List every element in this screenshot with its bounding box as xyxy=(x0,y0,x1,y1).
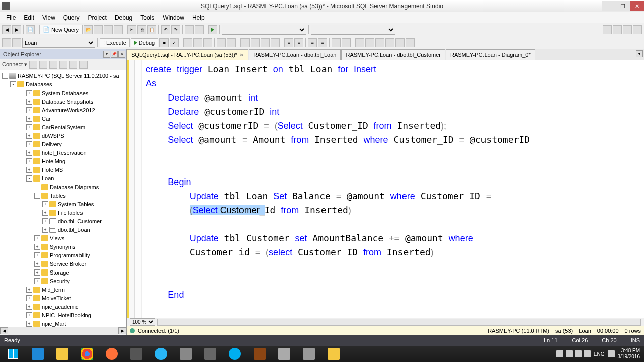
cut-button[interactable]: ✂ xyxy=(127,25,136,34)
connect-button[interactable]: Connect ▾ xyxy=(2,61,27,68)
scroll-right-button[interactable]: ▶ xyxy=(118,327,126,334)
sql-btn-19[interactable] xyxy=(406,38,415,47)
menu-window[interactable]: Window xyxy=(158,13,188,22)
oe-tb-6[interactable] xyxy=(79,61,88,69)
tree-item[interactable]: +HotelMS xyxy=(0,165,126,174)
expand-icon[interactable]: + xyxy=(26,295,32,301)
sql-btn-18[interactable] xyxy=(395,38,405,47)
tree-item[interactable]: +MoiveTicket xyxy=(0,294,126,302)
oe-tb-5[interactable] xyxy=(69,61,77,69)
tree-server[interactable]: - RASMEY-PC (SQL Server 11.0.2100 - sa xyxy=(0,71,126,80)
oe-close-button[interactable]: ✕ xyxy=(118,51,125,58)
expand-icon[interactable]: + xyxy=(42,227,48,233)
sql-btn-7[interactable] xyxy=(227,38,236,47)
oe-tb-4[interactable] xyxy=(59,61,67,69)
expand-icon[interactable]: + xyxy=(26,321,32,327)
task-telegram[interactable] xyxy=(149,346,173,361)
expand-icon[interactable]: + xyxy=(26,116,32,122)
zoom-combo[interactable]: 100 % xyxy=(130,318,155,326)
task-app5[interactable] xyxy=(297,346,321,361)
sql-btn-9[interactable] xyxy=(251,38,260,47)
oe-hscroll[interactable]: ◀ ▶ xyxy=(0,327,126,335)
menu-query[interactable]: Query xyxy=(59,13,84,22)
tree-item[interactable]: +Service Broker xyxy=(0,259,126,268)
sql-btn-10[interactable] xyxy=(261,38,270,47)
tree-item[interactable]: +CarRentalSystem xyxy=(0,123,126,131)
expand-icon[interactable]: + xyxy=(42,210,48,216)
task-skype[interactable] xyxy=(223,346,247,361)
oe-tb-1[interactable] xyxy=(29,61,37,69)
execute-button[interactable]: !Execute xyxy=(100,38,130,47)
sql-btn-14[interactable] xyxy=(355,38,364,47)
tray-lang[interactable]: ENG xyxy=(594,351,605,357)
maximize-button[interactable]: ☐ xyxy=(616,1,630,11)
tree-item[interactable]: +System Databases xyxy=(0,88,126,97)
expand-icon[interactable]: + xyxy=(26,90,32,96)
minimize-button[interactable]: — xyxy=(602,1,616,11)
expand-icon[interactable]: + xyxy=(26,304,32,310)
task-ie[interactable] xyxy=(26,346,50,361)
tb-btn-r1[interactable] xyxy=(603,25,612,34)
expand-icon[interactable]: + xyxy=(26,312,32,318)
sql-btn-13[interactable] xyxy=(342,38,351,47)
expand-icon[interactable]: + xyxy=(26,107,32,113)
tree-item[interactable]: +System Tables xyxy=(0,200,126,208)
task-explorer[interactable] xyxy=(50,346,74,361)
expand-icon[interactable]: - xyxy=(2,73,8,79)
menu-debug[interactable]: Debug xyxy=(111,13,136,22)
oe-tb-2[interactable] xyxy=(39,61,47,69)
oe-pin-button[interactable]: 📌 xyxy=(111,51,118,58)
task-app2[interactable] xyxy=(174,346,198,361)
tree-item[interactable]: +Programmability xyxy=(0,251,126,259)
task-app3[interactable] xyxy=(198,346,222,361)
uncomment-button[interactable]: ≡ xyxy=(318,38,327,47)
stop-button[interactable]: ■ xyxy=(159,38,169,47)
tree-databases[interactable]: - Databases xyxy=(0,80,126,88)
expand-icon[interactable]: + xyxy=(26,124,32,130)
tree-item[interactable]: +hotel_Reservation xyxy=(0,148,126,157)
oe-tb-3[interactable] xyxy=(49,61,57,69)
indent-button[interactable]: ≡ xyxy=(284,38,293,47)
parse-button[interactable]: ✓ xyxy=(170,38,179,47)
tray-icon[interactable] xyxy=(584,350,591,357)
undo-button[interactable]: ↶ xyxy=(161,25,170,34)
expand-icon[interactable]: + xyxy=(26,287,32,293)
tree-item[interactable]: +dbWSPS xyxy=(0,131,126,140)
expand-icon[interactable]: + xyxy=(34,244,40,250)
config-combo[interactable] xyxy=(311,25,395,35)
sql-btn-15[interactable] xyxy=(365,38,374,47)
tree-item[interactable]: +dbo.tbl_Customer xyxy=(0,217,126,225)
tb-btn-2[interactable] xyxy=(104,25,113,34)
expand-icon[interactable]: + xyxy=(26,133,32,139)
tab-nav-button[interactable]: ▾ xyxy=(636,50,643,57)
tb-btn-r2[interactable] xyxy=(613,25,622,34)
back-button[interactable]: ◀ xyxy=(2,25,11,34)
code-content[interactable]: create trigger Loan_Insert on tbl_Loan f… xyxy=(142,60,644,318)
tray-icons[interactable] xyxy=(556,350,591,357)
document-tab[interactable]: RASMEY-PC.Loan - Diagram_0* xyxy=(446,49,535,60)
scroll-left-button[interactable]: ◀ xyxy=(0,327,8,334)
tree-item[interactable]: +Delivery xyxy=(0,140,126,148)
tree-item[interactable]: -Loan xyxy=(0,174,126,183)
expand-icon[interactable]: - xyxy=(10,81,16,87)
expand-icon[interactable]: + xyxy=(34,252,40,258)
sql-btn-17[interactable] xyxy=(385,38,394,47)
hscroll[interactable] xyxy=(157,319,641,326)
sql-btn-5[interactable] xyxy=(203,38,212,47)
tb-btn-1[interactable] xyxy=(94,25,103,34)
expand-icon[interactable]: + xyxy=(34,278,40,284)
tree-item[interactable]: +Car xyxy=(0,114,126,123)
tree-item[interactable]: +Synonyms xyxy=(0,242,126,251)
start-button[interactable] xyxy=(1,346,25,361)
solution-combo[interactable] xyxy=(222,25,306,35)
debug-button[interactable]: Debug xyxy=(131,38,158,47)
expand-icon[interactable]: + xyxy=(26,99,32,105)
paste-button[interactable]: 📋 xyxy=(147,25,156,34)
tab-close-button[interactable]: ✕ xyxy=(239,52,244,58)
document-tab[interactable]: SQLQuery1.sql - RA...Y-PC.Loan (sa (53))… xyxy=(127,49,248,60)
expand-icon[interactable]: + xyxy=(26,158,32,164)
menu-help[interactable]: Help xyxy=(188,13,209,22)
oe-dropdown-button[interactable]: ▾ xyxy=(103,51,110,58)
tree-item[interactable]: +HotelMng xyxy=(0,157,126,165)
expand-icon[interactable]: + xyxy=(34,261,40,267)
